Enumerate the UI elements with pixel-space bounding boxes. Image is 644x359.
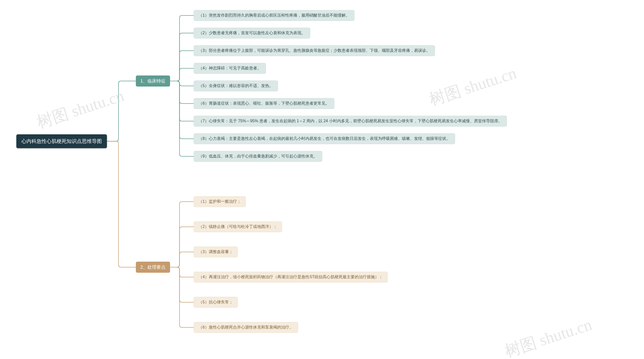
- leaf-node[interactable]: （5）全身症状：难以形容的不适、发热。: [194, 81, 278, 91]
- leaf-node[interactable]: （4）神志障碍：可见于高龄患者。: [194, 63, 266, 74]
- branch-treatment-points[interactable]: 2、处理要点: [136, 262, 170, 273]
- leaf-text: （7）心律失常：见于 75%～95% 患者，发生在起病的 1～2 周内，以 24…: [198, 118, 502, 124]
- leaf-text: （1）监护和一般治疗；: [198, 199, 241, 204]
- leaf-text: （6）胃肠道症状：表现恶心、呕吐、腹胀等，下壁心肌梗死患者更常见。: [198, 101, 330, 106]
- root-label: 心内科急性心肌梗死知识点思维导图: [21, 138, 102, 145]
- root-node[interactable]: 心内科急性心肌梗死知识点思维导图: [16, 134, 107, 148]
- leaf-text: （1）突然发作剧烈而持久的胸骨后或心前区压榨性疼痛，服用硝酸甘油后不能缓解。: [198, 13, 350, 18]
- leaf-text: （5）抗心律失常；: [198, 300, 233, 305]
- leaf-text: （3）调整血容量；: [198, 249, 233, 255]
- leaf-text: （8）心力衰竭：主要是急性左心衰竭，在起病的最初几小时内易发生，也可在发病数日后…: [198, 136, 450, 141]
- branch-label: 1、临床特征: [140, 78, 166, 84]
- leaf-text: （2）少数患者无疼痛，首发可以急性左心衰和休克为表现。: [198, 30, 305, 36]
- leaf-node[interactable]: （8）心力衰竭：主要是急性左心衰竭，在起病的最初几小时内易发生，也可在发病数日后…: [194, 133, 455, 144]
- leaf-node[interactable]: （1）监护和一般治疗；: [194, 196, 246, 207]
- leaf-node[interactable]: （6）胃肠道症状：表现恶心、呕吐、腹胀等，下壁心肌梗死患者更常见。: [194, 98, 334, 109]
- leaf-text: （5）全身症状：难以形容的不适、发热。: [198, 83, 273, 89]
- leaf-node[interactable]: （3）部分患者疼痛位于上腹部，可能误诊为胃穿孔、急性胰腺炎等急腹症；少数患者表现…: [194, 45, 435, 56]
- leaf-text: （2）镇静止痛（可给与杜冷丁或地西泮）；: [198, 224, 277, 229]
- mindmap-canvas: 树图 shutu.cn 树图 shutu.cn 树图 shutu.cn 心内科急…: [0, 0, 644, 359]
- watermark: 树图 shutu.cn: [502, 314, 594, 359]
- leaf-text: （4）再灌注治疗，缩小梗死面积药物治疗（再灌注治疗是急性ST段抬高心肌梗死最主要…: [198, 274, 383, 280]
- leaf-text: （9）低血压、休克，由于心排血量急剧减少，可引起心源性休克。: [198, 154, 317, 159]
- watermark: 树图 shutu.cn: [426, 62, 519, 111]
- leaf-node[interactable]: （1）突然发作剧烈而持久的胸骨后或心前区压榨性疼痛，服用硝酸甘油后不能缓解。: [194, 10, 354, 21]
- branch-label: 2、处理要点: [140, 264, 166, 270]
- leaf-node[interactable]: （4）再灌注治疗，缩小梗死面积药物治疗（再灌注治疗是急性ST段抬高心肌梗死最主要…: [194, 272, 388, 283]
- leaf-node[interactable]: （6）急性心肌梗死合并心源性休克和泵衰竭的治疗。: [194, 322, 298, 333]
- leaf-text: （3）部分患者疼痛位于上腹部，可能误诊为胃穿孔、急性胰腺炎等急腹症；少数患者表现…: [198, 48, 430, 53]
- branch-clinical-features[interactable]: 1、临床特征: [136, 75, 170, 87]
- leaf-node[interactable]: （2）镇静止痛（可给与杜冷丁或地西泮）；: [194, 221, 282, 232]
- leaf-text: （4）神志障碍：可见于高龄患者。: [198, 66, 261, 71]
- leaf-node[interactable]: （3）调整血容量；: [194, 247, 238, 257]
- leaf-node[interactable]: （2）少数患者无疼痛，首发可以急性左心衰和休克为表现。: [194, 28, 310, 38]
- leaf-node[interactable]: （9）低血压、休克，由于心排血量急剧减少，可引起心源性休克。: [194, 151, 322, 162]
- leaf-node[interactable]: （7）心律失常：见于 75%～95% 患者，发生在起病的 1～2 周内，以 24…: [194, 116, 507, 127]
- leaf-text: （6）急性心肌梗死合并心源性休克和泵衰竭的治疗。: [198, 325, 293, 330]
- leaf-node[interactable]: （5）抗心律失常；: [194, 297, 238, 308]
- watermark: 树图 shutu.cn: [34, 85, 127, 134]
